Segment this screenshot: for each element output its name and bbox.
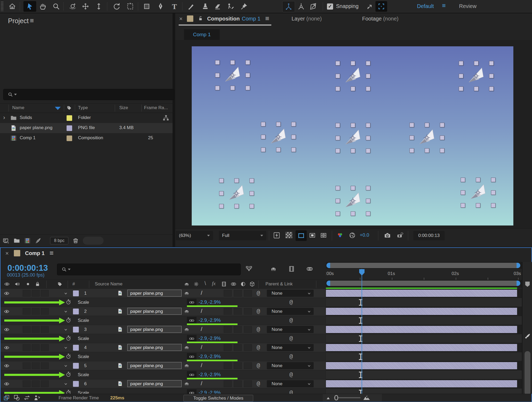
used-in-network-icon[interactable] — [162, 114, 169, 121]
chevron-down-icon[interactable] — [64, 382, 68, 386]
selection-handle[interactable] — [440, 148, 444, 153]
selection-handle[interactable] — [491, 178, 496, 182]
tab-layer[interactable]: Layer (none) — [292, 16, 322, 22]
tab-composition-comp-name[interactable]: Comp 1 — [242, 16, 260, 22]
search-options-caret[interactable] — [68, 269, 71, 270]
zoom-out-mountain-icon[interactable] — [326, 395, 331, 400]
camera-roi-tool[interactable] — [125, 2, 135, 10]
layer-name[interactable]: paper plane.png — [127, 344, 182, 351]
video-column-icon[interactable] — [4, 281, 10, 287]
parent-dropdown[interactable]: None — [267, 344, 314, 351]
item-name[interactable]: paper plane.png — [20, 125, 52, 130]
new-composition-icon[interactable] — [24, 237, 31, 244]
comp-label-swatch[interactable] — [187, 15, 193, 22]
switch-box[interactable] — [234, 380, 242, 387]
layer-row[interactable]: 5 paper plane.png / @ None — [1, 361, 532, 370]
shy-switch-icon[interactable] — [184, 281, 190, 287]
dolly-camera-tool[interactable] — [94, 2, 104, 10]
layer-name[interactable]: paper plane.png — [127, 290, 182, 297]
brush-tool[interactable] — [186, 2, 196, 10]
eye-icon[interactable] — [4, 309, 10, 314]
fx-switch-icon[interactable]: fx — [212, 281, 216, 286]
audio-column-icon[interactable] — [14, 281, 20, 287]
roto-brush-tool[interactable] — [225, 2, 235, 10]
layer-row[interactable]: 6 paper plane.png / @ None — [1, 379, 532, 388]
property-pickwhip-icon[interactable]: @ — [289, 317, 293, 323]
selection-handle[interactable] — [261, 122, 265, 126]
orbit-camera-tool[interactable] — [68, 2, 78, 10]
parent-pickwhip-icon[interactable]: @ — [257, 362, 260, 369]
lock-switch-box[interactable] — [41, 308, 49, 315]
zoom-tool[interactable] — [51, 2, 61, 10]
selection-handle[interactable] — [459, 61, 463, 65]
layer-color-swatch[interactable] — [73, 290, 79, 296]
selection-handle[interactable] — [215, 86, 220, 90]
reset-exposure-icon[interactable] — [349, 232, 356, 239]
stopwatch-icon[interactable] — [66, 317, 71, 323]
property-name[interactable]: Scale — [78, 390, 89, 394]
world-axis-mode[interactable] — [296, 2, 306, 10]
close-tab-icon[interactable]: × — [179, 15, 183, 22]
source-name-column[interactable]: Source Name — [95, 281, 122, 287]
audio-switch-box[interactable] — [23, 290, 31, 297]
audio-switch-box[interactable] — [23, 362, 31, 369]
time-navigator-bar[interactable] — [326, 263, 520, 268]
selection-handle[interactable] — [230, 86, 235, 90]
audio-switch-box[interactable] — [23, 380, 31, 387]
expand-render-time-icon[interactable] — [34, 394, 40, 401]
lock-column-icon[interactable] — [35, 281, 40, 287]
selection-handle[interactable] — [335, 199, 340, 203]
layer-color-swatch[interactable] — [73, 327, 79, 333]
timeline-panel-menu-icon[interactable]: ≡ — [50, 249, 54, 256]
lock-switch-box[interactable] — [41, 380, 49, 387]
snap-options-icon[interactable] — [365, 2, 375, 10]
magnification-dropdown[interactable]: (63%) — [176, 231, 213, 240]
selection-handle[interactable] — [245, 86, 250, 90]
fast-previews-icon[interactable] — [273, 232, 280, 239]
layer-selection[interactable] — [410, 123, 444, 153]
selection-handle[interactable] — [351, 123, 355, 128]
frame-blend-switch-icon[interactable] — [221, 281, 227, 287]
selection-handle[interactable] — [425, 148, 429, 153]
selection-handle[interactable] — [474, 61, 478, 65]
workspace-menu-icon[interactable]: ≡ — [442, 2, 446, 9]
quality-icon[interactable]: / — [201, 344, 202, 350]
rotation-tool[interactable] — [111, 2, 121, 10]
property-name[interactable]: Scale — [78, 336, 89, 341]
layer-color-swatch[interactable] — [73, 381, 79, 387]
time-ruler[interactable]: 0:00s 01s 02s 03s — [326, 269, 522, 280]
switch-box[interactable] — [234, 344, 242, 351]
selection-tool[interactable] — [23, 1, 36, 12]
work-area[interactable] — [326, 280, 522, 288]
vertical-scrollbar[interactable] — [525, 351, 530, 395]
resolution-dropdown[interactable]: Full — [219, 231, 266, 240]
snap-bounds-button[interactable] — [375, 1, 387, 12]
frame-blending-icon[interactable] — [288, 265, 295, 272]
lock-switch-box[interactable] — [41, 344, 49, 351]
mask-visibility-icon[interactable] — [296, 230, 307, 241]
label-swatch[interactable] — [67, 115, 72, 121]
parent-dropdown[interactable]: None — [267, 290, 314, 297]
layer-duration-bar[interactable] — [326, 308, 517, 315]
property-name[interactable]: Scale — [78, 354, 89, 359]
stopwatch-icon[interactable] — [66, 389, 71, 394]
current-timecode[interactable]: 0:00:00:13 — [7, 263, 48, 273]
show-snapshot-icon[interactable] — [397, 232, 404, 239]
link-icon[interactable] — [187, 317, 197, 324]
work-area-bar[interactable] — [326, 281, 520, 286]
preview-timecode[interactable]: 0:00:00:13 — [413, 231, 445, 240]
stopwatch-icon[interactable] — [66, 299, 71, 305]
layer-row[interactable]: 1 paper plane.png / @ None — [1, 289, 532, 298]
motion-blur-icon[interactable] — [306, 265, 313, 272]
parent-dropdown[interactable]: None — [267, 380, 314, 387]
selection-handle[interactable] — [410, 136, 414, 140]
selection-handle[interactable] — [335, 74, 340, 78]
label-swatch[interactable] — [67, 125, 72, 131]
selection-handle[interactable] — [291, 135, 296, 139]
quality-icon[interactable]: / — [201, 380, 202, 387]
selection-handle[interactable] — [459, 74, 463, 78]
property-pickwhip-icon[interactable]: @ — [289, 353, 293, 360]
layer-color-swatch[interactable] — [73, 363, 79, 369]
selection-handle[interactable] — [335, 186, 340, 190]
solo-switch-box[interactable] — [32, 326, 40, 333]
